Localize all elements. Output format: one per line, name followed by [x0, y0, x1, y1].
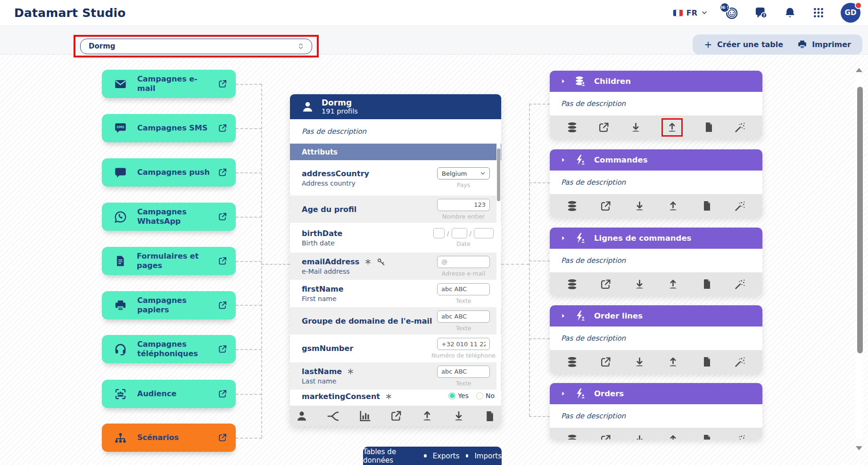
radio-no[interactable]: No [476, 392, 495, 400]
profile-card-header[interactable]: Dormg 191 profils [290, 94, 501, 119]
magic-wand-icon[interactable] [734, 122, 746, 133]
nav-campagnes-email[interactable]: Campagnes e-mail [102, 70, 236, 98]
nav-campagnes-sms[interactable]: Campagnes SMS [102, 114, 236, 142]
nav-campagnes-telephoniques[interactable]: Campagnes téléphoniques [102, 335, 236, 363]
database-select[interactable]: Dormg [80, 39, 312, 54]
download-icon[interactable] [630, 122, 642, 133]
database-icon[interactable] [566, 278, 578, 290]
date-input-group[interactable]: / / [433, 228, 494, 238]
country-select[interactable]: Belgium [437, 167, 490, 179]
file-icon[interactable] [701, 434, 712, 440]
attribute-row-addresscountry: addressCountry Address country Belgium P… [290, 160, 501, 196]
open-external-icon[interactable] [600, 278, 612, 290]
tab-tables-de-donnees[interactable]: Tables de données [363, 448, 418, 465]
profile-person-icon[interactable] [296, 410, 308, 422]
download-icon[interactable] [634, 356, 645, 368]
page-scrollbar[interactable] [854, 68, 864, 450]
day-input[interactable] [433, 228, 445, 238]
nav-campagnes-papiers[interactable]: Campagnes papiers [102, 291, 236, 319]
attribute-row-age: Age du profil Nombre entier [290, 196, 501, 223]
table-card-header[interactable]: Orders [550, 383, 762, 404]
tab-exports[interactable]: Exports [433, 452, 460, 460]
file-icon[interactable] [701, 356, 712, 367]
nav-scenarios[interactable]: Scénarios [102, 424, 236, 452]
open-external-icon[interactable] [598, 122, 610, 133]
upload-icon[interactable] [421, 410, 433, 422]
connector [529, 182, 550, 183]
magic-wand-icon[interactable] [734, 356, 746, 368]
zap-person-icon [574, 310, 586, 322]
language-selector[interactable]: FR [673, 8, 708, 17]
database-icon[interactable] [566, 122, 578, 133]
open-external-icon[interactable] [600, 356, 612, 368]
age-input[interactable] [437, 199, 490, 211]
table-card-header[interactable]: Commandes [550, 149, 762, 171]
month-input[interactable] [452, 228, 467, 238]
download-icon[interactable] [634, 278, 645, 290]
email-input[interactable] [437, 256, 490, 268]
magic-wand-icon[interactable] [734, 434, 746, 440]
nav-audience[interactable]: Audience [102, 380, 236, 408]
nav-formulaires-et-pages[interactable]: Formulaires et pages [102, 247, 236, 275]
upload-icon[interactable] [667, 278, 679, 290]
help-chat-icon[interactable] [754, 6, 768, 19]
table-card-toolbar [550, 194, 762, 218]
attribute-row-email-domain-group: Groupe de domaine de l'e-mail Texte [290, 307, 501, 334]
file-icon[interactable] [703, 122, 714, 133]
connector [529, 104, 550, 105]
nav-campagnes-whatsapp[interactable]: Campagnes WhatsApp [102, 203, 236, 231]
open-external-icon[interactable] [600, 200, 612, 212]
gsm-input[interactable] [437, 338, 490, 350]
scrollbar-thumb[interactable] [857, 87, 863, 353]
nav-campagnes-push[interactable]: Campagnes push [102, 158, 236, 187]
download-icon[interactable] [453, 410, 465, 422]
card-scrollbar-thumb[interactable] [497, 148, 500, 201]
create-table-button[interactable]: Créer une table [704, 40, 783, 49]
database-icon[interactable] [566, 434, 578, 440]
table-card-header[interactable]: Lignes de commandes [550, 228, 762, 249]
caret-right-icon [560, 157, 566, 163]
upload-icon[interactable] [667, 200, 679, 212]
connector [236, 172, 262, 173]
database-icon[interactable] [566, 200, 578, 212]
split-branch-icon[interactable] [327, 410, 339, 423]
open-external-icon[interactable] [600, 434, 612, 440]
upload-icon[interactable] [666, 122, 678, 133]
firstname-input[interactable] [437, 283, 490, 295]
year-input[interactable] [474, 228, 494, 238]
user-avatar[interactable]: GD [841, 3, 860, 23]
profile-count: 191 profils [322, 107, 358, 115]
upload-icon[interactable] [667, 434, 679, 440]
table-description: Pas de description [550, 249, 762, 272]
download-icon[interactable] [634, 200, 645, 212]
open-external-icon[interactable] [390, 410, 402, 422]
magic-wand-icon[interactable] [734, 278, 746, 290]
file-icon[interactable] [701, 278, 712, 290]
zap-person-icon [574, 388, 586, 400]
file-icon[interactable] [701, 200, 712, 212]
scroll-up-arrow[interactable] [856, 68, 862, 72]
notifications-bell-icon[interactable] [784, 7, 796, 19]
table-card-header[interactable]: Children [550, 71, 762, 92]
scroll-down-arrow[interactable] [856, 446, 862, 450]
download-icon[interactable] [634, 434, 645, 440]
tab-imports[interactable]: Imports [474, 452, 502, 460]
datamart-studio-app: Datamart Studio FR Hi ! GD [0, 0, 868, 465]
radio-yes[interactable]: Yes [448, 392, 469, 400]
assistant-robot-icon[interactable]: Hi ! [724, 6, 738, 20]
apps-grid-icon[interactable] [812, 7, 825, 19]
card-scrollbar[interactable] [496, 119, 501, 406]
upload-icon[interactable] [667, 356, 679, 368]
database-icon[interactable] [566, 356, 578, 368]
scrollbar-track[interactable] [855, 75, 863, 439]
stats-chart-icon[interactable] [359, 410, 371, 422]
domain-group-input[interactable] [437, 310, 490, 323]
hierarchy-icon [114, 432, 127, 444]
file-icon[interactable] [484, 410, 496, 422]
magic-wand-icon[interactable] [734, 200, 746, 212]
printer-icon [797, 40, 807, 49]
lastname-input[interactable] [437, 366, 490, 378]
connector [236, 305, 262, 306]
print-button[interactable]: Imprimer [797, 40, 851, 49]
table-card-header[interactable]: Order lines [550, 305, 762, 326]
